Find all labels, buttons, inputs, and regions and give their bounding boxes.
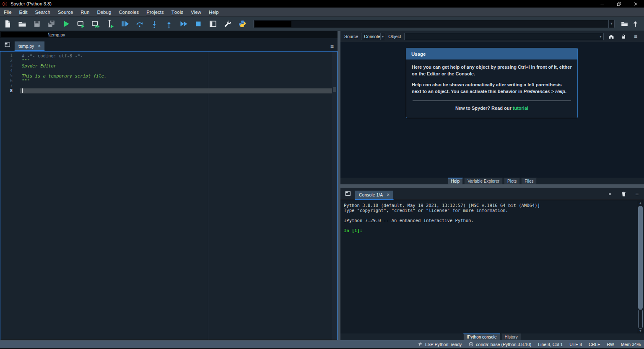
editor-options-menu-icon[interactable]: ≡ xyxy=(330,44,334,49)
parent-directory-button[interactable] xyxy=(630,18,641,29)
preferences-button[interactable] xyxy=(223,18,233,29)
interrupt-kernel-icon[interactable] xyxy=(606,190,614,198)
code-line-6[interactable]: 6""" xyxy=(0,78,332,83)
tab-variable-explorer[interactable]: Variable Explorer xyxy=(464,178,503,185)
menu-edit[interactable]: Edit xyxy=(16,8,31,16)
step-into-button[interactable] xyxy=(149,18,159,29)
editor-tab-temp-py[interactable]: temp.py × xyxy=(14,41,45,51)
code-line-8[interactable]: 8 xyxy=(0,88,332,93)
menu-source[interactable]: Source xyxy=(54,8,77,16)
run-cell-advance-button[interactable] xyxy=(91,18,101,29)
vertical-splitter[interactable] xyxy=(338,31,340,340)
menu-debug[interactable]: Debug xyxy=(93,8,115,16)
console-options-menu-icon[interactable]: ≡ xyxy=(633,190,641,198)
open-file-button[interactable] xyxy=(17,18,27,29)
chevron-down-icon[interactable]: ▼ xyxy=(598,33,603,40)
tutorial-link[interactable]: tutorial xyxy=(513,106,528,111)
path-filename: \temp.py xyxy=(48,32,65,37)
help-source-combobox[interactable]: Console ▼ xyxy=(361,33,385,40)
editor-tabbar: temp.py × ≡ xyxy=(0,38,338,51)
restore-button[interactable] xyxy=(610,0,627,8)
minimize-button[interactable] xyxy=(594,0,610,8)
help-options-menu-icon[interactable]: ≡ xyxy=(631,32,640,41)
code-line-1[interactable]: 1# -*- coding: utf-8 -*- xyxy=(0,53,332,58)
help-object-combobox[interactable]: ▼ xyxy=(404,33,604,40)
code-line-5[interactable]: 5This is a temporary script file. xyxy=(0,73,332,78)
usage-title: Usage xyxy=(406,48,577,59)
usage-card: Usage Here you can get help of any objec… xyxy=(406,48,578,118)
lock-icon[interactable] xyxy=(619,32,628,41)
save-all-button[interactable] xyxy=(47,18,57,29)
menubar: FileEditSearchSourceRunDebugConsolesProj… xyxy=(0,8,644,17)
menu-file[interactable]: File xyxy=(0,8,16,16)
close-button[interactable] xyxy=(627,0,644,8)
editor-tab-label: temp.py xyxy=(18,44,34,49)
scrollbar-thumb[interactable] xyxy=(638,206,643,310)
chevron-down-icon[interactable]: ▼ xyxy=(380,33,385,40)
help-pane-tabs: HelpVariable ExplorerPlotsFiles xyxy=(340,178,644,184)
console-header-icons: ≡ xyxy=(606,190,641,198)
console-prompt: In [1]: xyxy=(344,228,635,233)
tab-plots[interactable]: Plots xyxy=(504,178,520,185)
tab-history[interactable]: History xyxy=(501,333,521,341)
main-area: \temp.py temp.py × ≡ 1# -*- coding: utf-… xyxy=(0,31,644,340)
code-line-3[interactable]: 3Spyder Editor xyxy=(0,63,332,68)
menu-tools[interactable]: Tools xyxy=(168,8,187,16)
code-line-4[interactable]: 4 xyxy=(0,68,332,73)
toolbar: ▼ xyxy=(0,17,644,31)
close-tab-icon[interactable]: × xyxy=(387,193,390,197)
debug-file-button[interactable] xyxy=(120,18,130,29)
continue-button[interactable] xyxy=(179,18,189,29)
step-return-button[interactable] xyxy=(164,18,174,29)
help-pane: Source Console ▼ Object ▼ ≡ Usage xyxy=(340,31,644,184)
tab-help[interactable]: Help xyxy=(448,178,463,185)
pythonpath-manager-button[interactable] xyxy=(237,18,247,29)
window-title: Spyder (Python 3.8) xyxy=(10,1,52,6)
working-directory-combobox[interactable]: ▼ xyxy=(253,20,615,28)
usage-p2: Help can also be shown automatically aft… xyxy=(412,82,572,95)
new-file-button[interactable] xyxy=(3,18,13,29)
run-file-button[interactable] xyxy=(61,18,71,29)
tab-ipython-console[interactable]: IPython console xyxy=(463,333,500,341)
chevron-down-icon[interactable]: ▼ xyxy=(608,20,614,28)
run-cell-button[interactable] xyxy=(76,18,86,29)
ipython-console[interactable]: Python 3.8.10 (default, May 19 2021, 13:… xyxy=(340,200,644,333)
menu-projects[interactable]: Projects xyxy=(143,8,168,16)
source-label: Source xyxy=(344,34,358,39)
text-cursor xyxy=(22,88,23,93)
status-line-8-col-1: Line 8, Col 1 xyxy=(538,342,563,347)
console-scrollbar[interactable]: ▲ ▼ xyxy=(637,201,644,333)
maximize-pane-button[interactable] xyxy=(208,18,218,29)
code-editor[interactable]: 1# -*- coding: utf-8 -*-2"""3Spyder Edit… xyxy=(0,51,338,340)
stop-button[interactable] xyxy=(193,18,203,29)
scroll-down-icon[interactable]: ▼ xyxy=(637,328,644,333)
spyder-window: Spyder (Python 3.8) FileEditSearchSource… xyxy=(0,0,644,349)
tab-files[interactable]: Files xyxy=(521,178,537,185)
code-line-2[interactable]: 2""" xyxy=(0,58,332,63)
spyder-logo-icon xyxy=(2,1,8,7)
statusbar: LSP Python: readyconda: base (Python 3.8… xyxy=(0,340,644,348)
editor-scrollbar[interactable] xyxy=(332,52,337,340)
console-tabbar: Console 1/A × ≡ xyxy=(340,188,644,200)
close-tab-icon[interactable]: × xyxy=(38,44,41,48)
trash-icon[interactable] xyxy=(620,190,627,198)
menu-view[interactable]: View xyxy=(187,8,205,16)
code-line-7[interactable]: 7 xyxy=(0,83,332,88)
home-icon[interactable] xyxy=(607,32,616,41)
toolbar-buttons xyxy=(3,18,247,29)
console-tab-1a[interactable]: Console 1/A × xyxy=(355,190,394,200)
menu-run[interactable]: Run xyxy=(77,8,93,16)
right-column: Source Console ▼ Object ▼ ≡ Usage xyxy=(340,31,644,340)
menu-help[interactable]: Help xyxy=(205,8,223,16)
menu-search[interactable]: Search xyxy=(31,8,54,16)
menu-consoles[interactable]: Consoles xyxy=(115,8,143,16)
browse-tabs-button[interactable] xyxy=(3,40,13,49)
scroll-up-icon[interactable]: ▲ xyxy=(637,201,644,205)
browse-tabs-button[interactable] xyxy=(343,189,353,198)
step-over-button[interactable] xyxy=(135,18,145,29)
editor-path-breadcrumb: \temp.py xyxy=(0,31,338,38)
save-button[interactable] xyxy=(32,18,42,29)
run-selection-button[interactable] xyxy=(105,18,115,29)
horizontal-splitter[interactable] xyxy=(340,184,644,188)
browse-working-directory-button[interactable] xyxy=(619,18,630,29)
